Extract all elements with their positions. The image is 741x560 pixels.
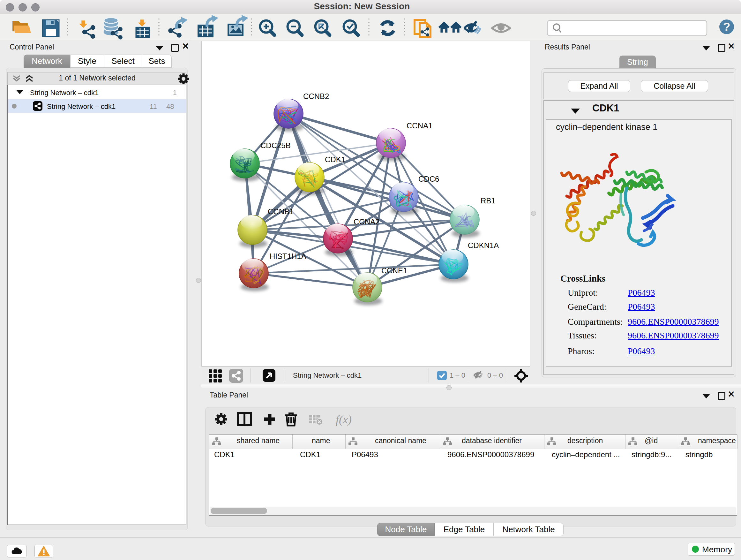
svg-text:HIST1H1A: HIST1H1A xyxy=(270,252,307,260)
svg-text:CCNB1: CCNB1 xyxy=(268,207,293,216)
svg-text:CCNE1: CCNE1 xyxy=(381,266,407,275)
svg-text:CDC25B: CDC25B xyxy=(260,141,291,150)
svg-text:?: ? xyxy=(723,20,731,34)
svg-text:f(x): f(x) xyxy=(336,413,352,426)
svg-text:CCNB2: CCNB2 xyxy=(303,92,329,101)
svg-text:CDK1: CDK1 xyxy=(325,155,345,164)
svg-text:CCNA1: CCNA1 xyxy=(407,121,432,130)
svg-text:CDC6: CDC6 xyxy=(418,175,439,183)
svg-text:RB1: RB1 xyxy=(481,196,495,205)
svg-text:CDKN1A: CDKN1A xyxy=(468,241,499,250)
svg-text:CCNA2: CCNA2 xyxy=(354,217,380,226)
